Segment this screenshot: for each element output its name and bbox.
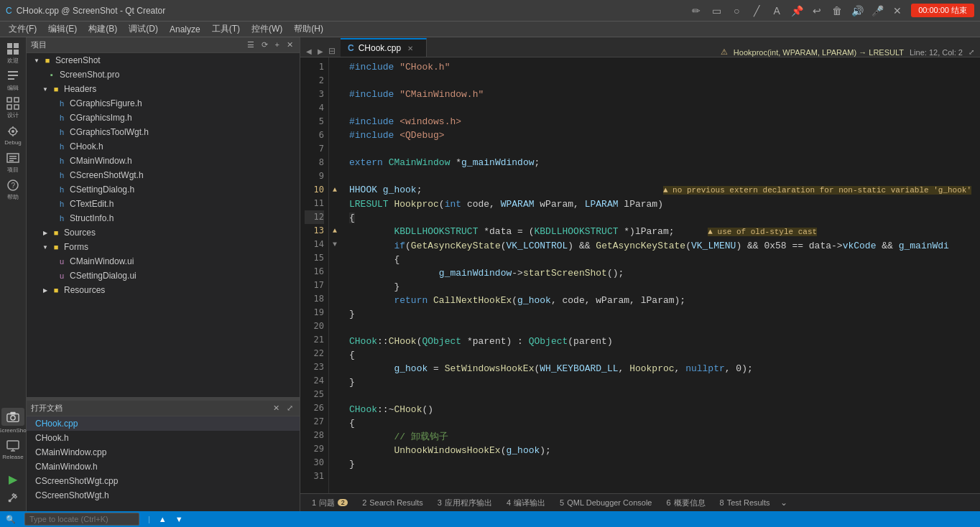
tree-root[interactable]: ▼ ■ ScreenShot <box>27 53 300 67</box>
bottom-tab-summary[interactable]: 6 概要信息 <box>659 496 712 510</box>
tree-resources-folder[interactable]: ▶ ■ Resources <box>27 283 300 297</box>
sidebar-item-help[interactable]: ? 帮助 <box>0 177 26 202</box>
bottom-tab-problems[interactable]: 1 问题 2 <box>305 496 355 510</box>
left-panel: 项目 ☰ ⟳ + ✕ ▼ ■ ScreenShot ▪ ScreenShot.p… <box>27 37 300 511</box>
timer-button[interactable]: 00:00:00 结束 <box>911 4 974 17</box>
text-icon[interactable]: A <box>770 4 783 17</box>
sidebar-item-edit[interactable]: 编辑 <box>0 67 26 93</box>
bottom-tab-qml[interactable]: 5 QML Debugger Console <box>553 497 659 508</box>
pin-icon[interactable]: 📌 <box>790 4 803 17</box>
ellipse-icon[interactable]: ○ <box>730 4 743 17</box>
tab-bar: ◀ ▶ ⊟ C CHook.cpp ✕ ⚠ Hookproc(int, WPAR… <box>300 37 980 57</box>
code-editor[interactable]: 1 2 3 4 5 6 7 8 9 10 11 12 13 14 15 16 1… <box>300 57 980 493</box>
tree-sources-folder[interactable]: ▶ ■ Sources <box>27 225 300 240</box>
test-num: 8 <box>720 498 724 507</box>
line-icon[interactable]: ╱ <box>750 4 763 17</box>
status-arrow-down[interactable]: ▼ <box>175 515 183 523</box>
menu-control[interactable]: 控件(W) <box>246 22 288 37</box>
monitor-icon <box>6 439 19 452</box>
status-separator: | <box>148 515 150 523</box>
tab-split-btn[interactable]: ⊟ <box>326 45 338 57</box>
help-icon: ? <box>6 179 19 192</box>
mic-icon[interactable]: 🎤 <box>871 4 884 17</box>
speaker-icon[interactable]: 🔊 <box>851 4 864 17</box>
bottom-tab-search[interactable]: 2 Search Results <box>355 497 430 508</box>
project-label: 项目 <box>7 166 19 174</box>
project-filter-btn[interactable]: ☰ <box>245 40 256 50</box>
tree-cmainwindow[interactable]: h CMainWindow.h <box>27 154 300 168</box>
tree-chook[interactable]: h CHook.h <box>27 139 300 154</box>
doc-cmainwindow-cpp[interactable]: CMainWindow.cpp <box>27 445 300 460</box>
trash-icon[interactable]: 🗑 <box>831 4 843 17</box>
menu-analyze[interactable]: Analyze <box>164 23 206 36</box>
sidebar-item-welcome[interactable]: 欢迎 <box>0 40 26 66</box>
sidebar-item-screenshot[interactable]: ScreenShot <box>0 408 26 434</box>
sidebar-item-design[interactable]: 设计 <box>0 95 26 121</box>
menu-build[interactable]: 构建(B) <box>83 22 123 37</box>
project-sync-btn[interactable]: ⟳ <box>259 40 270 50</box>
tab-chook-cpp[interactable]: C CHook.cpp ✕ <box>341 38 427 57</box>
bottom-tab-test[interactable]: 8 Test Results <box>713 497 777 508</box>
doc-cscreenshotwgt-h[interactable]: CScreenShotWgt.h <box>27 488 300 503</box>
tree-headers-folder[interactable]: ▼ ■ Headers <box>27 82 300 96</box>
menu-file[interactable]: 文件(F) <box>3 22 42 37</box>
rectangle-icon[interactable]: ▭ <box>710 4 723 17</box>
pencil-icon[interactable]: ✏ <box>690 4 703 17</box>
tree-cmainwindow-ui[interactable]: u CMainWindow.ui <box>27 254 300 269</box>
project-close-btn[interactable]: ✕ <box>285 40 295 50</box>
editor-expand-btn[interactable]: ⤢ <box>969 48 974 56</box>
locate-input[interactable] <box>24 513 139 526</box>
sidebar-item-release[interactable]: Release <box>0 437 26 462</box>
menu-tools[interactable]: 工具(T) <box>206 22 246 37</box>
tab-next-btn[interactable]: ▶ <box>315 45 326 57</box>
tree-structinfo[interactable]: h StructInfo.h <box>27 211 300 225</box>
doc-chook-h[interactable]: CHook.h <box>27 431 300 445</box>
docs-close-btn[interactable]: ✕ <box>271 404 282 413</box>
close-icon[interactable]: ✕ <box>891 4 904 17</box>
sidebar-item-debug[interactable]: Debug <box>0 122 26 148</box>
ui1-label: CMainWindow.ui <box>70 256 134 266</box>
forms-folder-icon: ■ <box>51 242 61 252</box>
menu-edit[interactable]: 编辑(E) <box>42 22 83 37</box>
release-label: Release <box>2 454 23 460</box>
status-search-icon: 🔍 <box>6 515 16 524</box>
headers-icon: ■ <box>51 84 61 94</box>
tree-forms-folder[interactable]: ▼ ■ Forms <box>27 240 300 254</box>
more-tabs-btn[interactable]: ⌄ <box>780 498 787 508</box>
svg-rect-2 <box>7 50 12 55</box>
tree-cgraphicstoolwgt[interactable]: h CGraphicsToolWgt.h <box>27 125 300 139</box>
tree-ctextedit[interactable]: h CTextEdit.h <box>27 197 300 211</box>
project-header-icons: ☰ ⟳ + ✕ <box>245 40 295 50</box>
tree-cgraphicsfigure[interactable]: h CGraphicsFigure.h <box>27 96 300 111</box>
bottom-tab-app-output[interactable]: 3 应用程序输出 <box>430 496 499 510</box>
undo-icon[interactable]: ↩ <box>810 4 823 17</box>
fold-arrow-14[interactable]: ▼ <box>329 238 341 251</box>
tree-pro-file[interactable]: ▪ ScreenShot.pro <box>27 67 300 82</box>
menu-help[interactable]: 帮助(H) <box>288 22 329 37</box>
run-button[interactable]: ▶ <box>5 471 21 487</box>
tree-csettingdialog[interactable]: h CSettingDialog.h <box>27 182 300 197</box>
build-button[interactable] <box>5 490 21 505</box>
code-content[interactable]: #include "CHook.h" #include "CMainWindow… <box>341 57 980 493</box>
tree-cgraphicsimg[interactable]: h CGraphicsImg.h <box>27 111 300 125</box>
tree-csettingdialog-ui[interactable]: u CSettingDialog.ui <box>27 269 300 283</box>
menu-debug[interactable]: 调试(D) <box>123 22 164 37</box>
tree-cscreenshotwgt[interactable]: h CScreenShotWgt.h <box>27 168 300 182</box>
tab-prev-btn[interactable]: ◀ <box>303 45 315 57</box>
h-label: CGraphicsFigure.h <box>70 98 142 108</box>
tab-chook-cpp-close[interactable]: ✕ <box>405 43 415 53</box>
svg-rect-4 <box>8 71 18 73</box>
editor-area: ◀ ▶ ⊟ C CHook.cpp ✕ ⚠ Hookproc(int, WPAR… <box>300 37 980 511</box>
status-arrow-up[interactable]: ▲ <box>159 515 167 523</box>
doc-cscreenshotwgt-cpp[interactable]: CScreenShotWgt.cpp <box>27 474 300 488</box>
h5-icon: h <box>57 156 67 166</box>
bottom-tab-compile[interactable]: 4 编译输出 <box>499 496 553 510</box>
design-icon <box>6 97 19 110</box>
sidebar-item-project[interactable]: 项目 <box>0 149 26 175</box>
doc-chook-cpp[interactable]: CHook.cpp <box>27 416 300 431</box>
breadcrumb-func: Hookproc(int, WPARAM, LPARAM) → LRESULT <box>734 48 904 57</box>
project-add-btn[interactable]: + <box>273 40 282 50</box>
open-docs-header-icons: ✕ ⤢ <box>271 404 295 413</box>
doc-cmainwindow-h[interactable]: CMainWindow.h <box>27 460 300 474</box>
docs-expand-btn[interactable]: ⤢ <box>285 404 295 413</box>
